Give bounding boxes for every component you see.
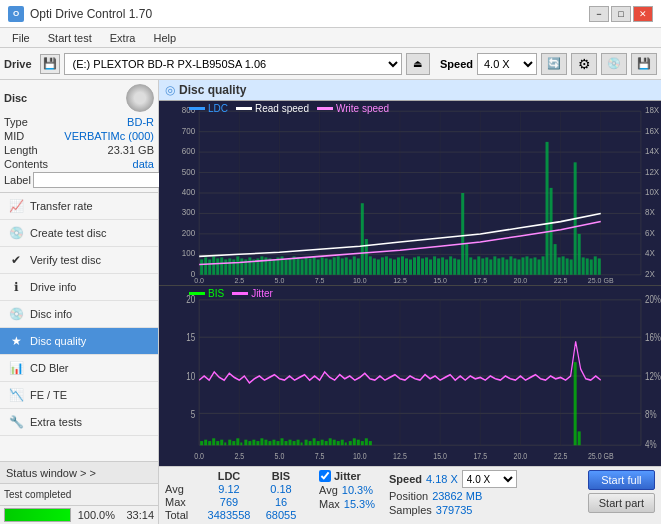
sidebar-item-disc-info[interactable]: 💿 Disc info bbox=[0, 301, 158, 328]
status-window[interactable]: Status window > > bbox=[0, 461, 158, 483]
svg-rect-208 bbox=[276, 441, 279, 445]
speed-select[interactable]: 4.0 X bbox=[477, 53, 537, 75]
svg-rect-145 bbox=[578, 234, 581, 275]
svg-rect-121 bbox=[481, 258, 484, 274]
svg-rect-112 bbox=[445, 259, 448, 274]
start-full-button[interactable]: Start full bbox=[588, 470, 655, 490]
top-chart: LDC Read speed Write speed bbox=[159, 101, 661, 286]
settings-button[interactable]: ⚙ bbox=[571, 53, 597, 75]
sidebar-item-disc-quality[interactable]: ★ Disc quality bbox=[0, 328, 158, 355]
drive-select[interactable]: (E:) PLEXTOR BD-R PX-LB950SA 1.06 bbox=[64, 53, 402, 75]
svg-rect-80 bbox=[317, 259, 320, 274]
svg-rect-201 bbox=[248, 441, 251, 445]
svg-rect-76 bbox=[301, 259, 304, 274]
svg-text:20%: 20% bbox=[645, 292, 661, 305]
jitter-label: Jitter bbox=[334, 470, 361, 482]
nav-items: 📈 Transfer rate 💿 Create test disc ✔ Ver… bbox=[0, 193, 158, 461]
svg-rect-203 bbox=[256, 441, 259, 445]
samples-label: Samples bbox=[389, 504, 432, 516]
svg-rect-110 bbox=[437, 258, 440, 274]
sidebar-item-drive-info[interactable]: ℹ Drive info bbox=[0, 274, 158, 301]
start-part-button[interactable]: Start part bbox=[588, 493, 655, 513]
svg-rect-123 bbox=[489, 259, 492, 274]
svg-rect-93 bbox=[369, 256, 372, 274]
svg-rect-134 bbox=[533, 257, 536, 274]
svg-rect-100 bbox=[397, 257, 400, 274]
svg-rect-224 bbox=[341, 440, 344, 446]
svg-rect-194 bbox=[220, 440, 223, 446]
svg-text:12%: 12% bbox=[645, 370, 661, 383]
svg-text:25.0 GB: 25.0 GB bbox=[588, 450, 614, 461]
svg-rect-84 bbox=[333, 257, 336, 274]
svg-rect-66 bbox=[260, 256, 263, 274]
menu-start-test[interactable]: Start test bbox=[40, 30, 100, 46]
svg-text:10X: 10X bbox=[645, 188, 660, 197]
svg-rect-217 bbox=[313, 438, 316, 445]
svg-rect-78 bbox=[309, 258, 312, 274]
svg-text:0.0: 0.0 bbox=[194, 277, 204, 285]
disc-label-input[interactable] bbox=[33, 172, 166, 188]
svg-rect-228 bbox=[357, 440, 360, 446]
svg-text:5.0: 5.0 bbox=[275, 277, 285, 285]
sidebar-item-transfer-rate[interactable]: 📈 Transfer rate bbox=[0, 193, 158, 220]
disc-mid-label: MID bbox=[4, 130, 24, 142]
menu-extra[interactable]: Extra bbox=[102, 30, 144, 46]
close-button[interactable]: ✕ bbox=[633, 6, 653, 22]
svg-rect-83 bbox=[329, 259, 332, 274]
svg-rect-133 bbox=[529, 258, 532, 274]
stats-max-label: Max bbox=[165, 496, 201, 508]
svg-rect-127 bbox=[505, 259, 508, 274]
title-bar: O Opti Drive Control 1.70 − □ ✕ bbox=[0, 0, 661, 28]
svg-rect-77 bbox=[305, 257, 308, 274]
save-button[interactable]: 💾 bbox=[631, 53, 657, 75]
disc-length-value: 23.31 GB bbox=[108, 144, 154, 156]
chart-title: Disc quality bbox=[179, 83, 246, 97]
eject-button[interactable]: ⏏ bbox=[406, 53, 430, 75]
stats-row-1: LDC BIS Avg 9.12 0.18 Max 769 16 Total 3… bbox=[165, 470, 655, 521]
svg-rect-132 bbox=[525, 256, 528, 274]
legend-bis-color bbox=[189, 292, 205, 295]
svg-text:15.0: 15.0 bbox=[433, 277, 447, 285]
sidebar-item-verify-test-disc[interactable]: ✔ Verify test disc bbox=[0, 247, 158, 274]
stats-ldc-header: LDC bbox=[205, 470, 253, 482]
sidebar-item-create-test-disc[interactable]: 💿 Create test disc bbox=[0, 220, 158, 247]
jitter-checkbox[interactable] bbox=[319, 470, 331, 482]
svg-rect-195 bbox=[224, 442, 226, 445]
refresh-button[interactable]: 🔄 bbox=[541, 53, 567, 75]
svg-rect-190 bbox=[204, 440, 207, 446]
svg-rect-120 bbox=[477, 256, 480, 274]
svg-rect-202 bbox=[252, 440, 255, 446]
disc-type-row: Type BD-R bbox=[4, 116, 154, 128]
svg-rect-233 bbox=[578, 431, 581, 445]
disc-contents-row: Contents data bbox=[4, 158, 154, 170]
speed-label: Speed bbox=[389, 473, 422, 485]
menu-file[interactable]: File bbox=[4, 30, 38, 46]
speed-section: Speed 4.18 X 4.0 X Position 23862 MB Sam… bbox=[389, 470, 517, 516]
minimize-button[interactable]: − bbox=[589, 6, 609, 22]
maximize-button[interactable]: □ bbox=[611, 6, 631, 22]
svg-text:20.0: 20.0 bbox=[514, 450, 528, 461]
stats-table: LDC BIS Avg 9.12 0.18 Max 769 16 Total 3… bbox=[165, 470, 305, 521]
svg-rect-214 bbox=[301, 442, 303, 445]
disc-length-row: Length 23.31 GB bbox=[4, 144, 154, 156]
sidebar-item-fe-te[interactable]: 📉 FE / TE bbox=[0, 382, 158, 409]
sidebar: Disc Type BD-R MID VERBATIMc (000) Lengt… bbox=[0, 80, 159, 524]
speed-select[interactable]: 4.0 X bbox=[462, 470, 517, 488]
disc-label-row: Label ⚙ bbox=[4, 172, 154, 188]
svg-text:5: 5 bbox=[191, 407, 195, 420]
svg-rect-111 bbox=[441, 257, 444, 274]
svg-rect-218 bbox=[317, 441, 320, 445]
svg-text:10: 10 bbox=[186, 370, 195, 383]
sidebar-item-cd-bler[interactable]: 📊 CD Bler bbox=[0, 355, 158, 382]
menu-help[interactable]: Help bbox=[145, 30, 184, 46]
sidebar-item-extra-tests[interactable]: 🔧 Extra tests bbox=[0, 409, 158, 436]
sidebar-item-label-create-test-disc: Create test disc bbox=[30, 227, 106, 239]
transfer-rate-icon: 📈 bbox=[8, 198, 24, 214]
title-bar-left: O Opti Drive Control 1.70 bbox=[8, 6, 152, 22]
svg-rect-140 bbox=[558, 257, 561, 274]
disc-panel: Disc Type BD-R MID VERBATIMc (000) Lengt… bbox=[0, 80, 158, 193]
svg-text:600: 600 bbox=[182, 147, 196, 156]
verify-test-disc-icon: ✔ bbox=[8, 252, 24, 268]
disc-mid-row: MID VERBATIMc (000) bbox=[4, 130, 154, 142]
disc-button[interactable]: 💿 bbox=[601, 53, 627, 75]
